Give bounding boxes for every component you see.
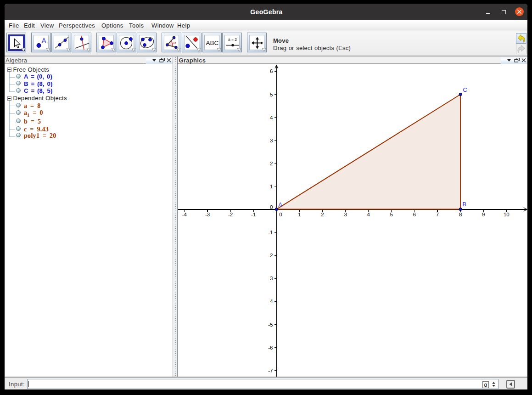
svg-text:6: 6 <box>270 68 273 74</box>
svg-text:a = 2: a = 2 <box>228 37 237 42</box>
svg-text:6: 6 <box>413 212 416 217</box>
svg-text:3: 3 <box>270 138 273 143</box>
svg-text:0: 0 <box>270 204 273 210</box>
svg-text:9: 9 <box>482 212 485 217</box>
svg-text:-2: -2 <box>268 253 273 258</box>
svg-text:5: 5 <box>390 212 393 217</box>
svg-text:-3: -3 <box>268 276 273 281</box>
svg-text:-3: -3 <box>205 212 210 217</box>
svg-text:3: 3 <box>344 212 347 217</box>
svg-text:A: A <box>279 202 283 208</box>
svg-text:2: 2 <box>321 212 324 217</box>
svg-text:ABC: ABC <box>206 40 219 46</box>
svg-text:1: 1 <box>298 212 301 217</box>
svg-text:-4: -4 <box>182 212 187 217</box>
svg-text:-2: -2 <box>228 212 233 217</box>
svg-text:4: 4 <box>367 212 370 217</box>
svg-text:-1: -1 <box>251 212 256 217</box>
svg-text:B: B <box>463 201 466 208</box>
svg-text:-6: -6 <box>268 345 273 350</box>
svg-text:0: 0 <box>279 212 282 217</box>
svg-text:7: 7 <box>436 212 439 217</box>
svg-text:2: 2 <box>270 161 273 166</box>
svg-text:-7: -7 <box>268 368 273 373</box>
svg-text:1: 1 <box>270 184 273 189</box>
svg-text:4: 4 <box>270 115 273 120</box>
svg-text:α: α <box>174 40 176 45</box>
svg-text:-1: -1 <box>268 230 273 235</box>
svg-text:8: 8 <box>459 212 462 217</box>
svg-text:-5: -5 <box>268 322 273 327</box>
svg-text:A: A <box>42 37 46 44</box>
svg-text:5: 5 <box>270 92 273 97</box>
svg-text:10: 10 <box>504 212 510 217</box>
svg-text:-4: -4 <box>268 299 273 304</box>
svg-text:C: C <box>463 87 467 93</box>
